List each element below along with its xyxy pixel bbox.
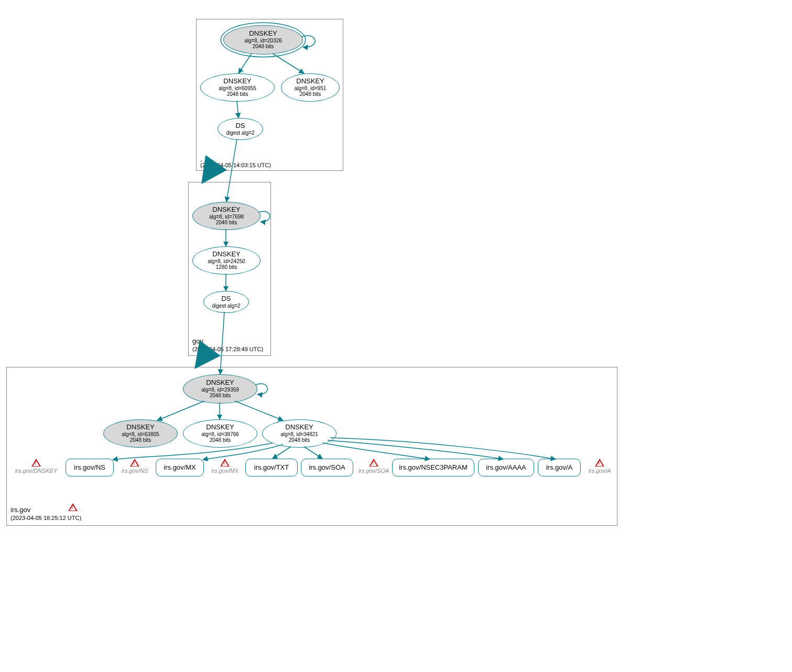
rrset-nsec3p[interactable]: irs.gov/NSEC3PARAM [392, 459, 474, 476]
node-root-zsk1[interactable]: DNSKEY alg=8, id=60955 2048 bits [200, 73, 275, 102]
node-line3: 2048 bits [210, 393, 231, 399]
node-title: DS [221, 295, 231, 303]
node-title: DNSKEY [223, 78, 251, 85]
node-title: DNSKEY [206, 379, 234, 387]
node-line2: alg=8, id=24250 [208, 258, 245, 265]
zone-gov-timestamp: (2023-04-05 17:28:49 UTC) [192, 346, 263, 352]
warn-ns: irs.gov/NS [116, 459, 153, 474]
warning-icon [595, 459, 604, 467]
rrset-ns[interactable]: irs.gov/NS [66, 459, 114, 476]
node-title: DNSKEY [126, 424, 154, 431]
node-irs-k4[interactable]: DNSKEY alg=8, id=34821 2048 bits [262, 419, 337, 448]
rrset-label: irs.gov/NS [74, 464, 105, 472]
node-line2: alg=8, id=63805 [122, 431, 159, 438]
node-title: DNSKEY [285, 424, 313, 431]
node-line2: alg=8, id=60955 [219, 85, 256, 92]
node-gov-zsk[interactable]: DNSKEY alg=8, id=24250 1280 bits [192, 246, 261, 275]
rrset-mx[interactable]: irs.gov/MX [156, 459, 204, 476]
node-line3: 2048 bits [300, 91, 321, 97]
zone-irsgov-name: irs.gov [10, 506, 30, 514]
node-root-ksk[interactable]: DNSKEY alg=8, id=20326 2048 bits [223, 25, 303, 55]
node-line2: alg=8, id=20326 [244, 38, 282, 44]
warn-soa: irs.gov/SOA [355, 459, 392, 474]
warn-text: irs.gov/MX [211, 468, 238, 474]
node-gov-ksk[interactable]: DNSKEY alg=8, id=7698 2048 bits [192, 202, 261, 230]
zone-irsgov-timestamp: (2023-04-05 18:25:12 UTC) [10, 515, 81, 521]
warn-mx: irs.gov/MX [207, 459, 243, 474]
node-line3: 2048 bits [216, 220, 237, 226]
rrset-soa[interactable]: irs.gov/SOA [301, 459, 353, 476]
rrset-label: irs.gov/NSEC3PARAM [399, 464, 468, 472]
edges-svg [0, 0, 792, 672]
rrset-label: irs.gov/TXT [254, 464, 289, 472]
node-line2: alg=8, id=34821 [280, 431, 318, 438]
node-irs-k2[interactable]: DNSKEY alg=8, id=63805 2048 bits [103, 419, 178, 448]
rrset-a[interactable]: irs.gov/A [538, 459, 581, 476]
warn-text: irs.gov/SOA [359, 468, 389, 474]
node-line3: 2048 bits [210, 437, 231, 443]
node-irs-ksk[interactable]: DNSKEY alg=8, id=29359 2048 bits [183, 374, 257, 404]
warning-icon [68, 503, 78, 511]
rrset-label: irs.gov/A [546, 464, 573, 472]
node-root-zsk2[interactable]: DNSKEY alg=8, id=951 2048 bits [281, 73, 340, 102]
node-line3: 2048 bits [227, 91, 248, 97]
node-title: DNSKEY [249, 30, 277, 38]
node-title: DS [235, 122, 245, 130]
node-title: DNSKEY [212, 206, 240, 214]
node-root-ds[interactable]: DS digest alg=2 [218, 118, 263, 140]
node-line2: alg=8, id=29359 [201, 387, 239, 393]
rrset-txt[interactable]: irs.gov/TXT [245, 459, 298, 476]
node-line2: alg=8, id=951 [295, 85, 327, 92]
warn-dnskey: irs.gov/DNSKEY [13, 459, 60, 474]
node-title: DNSKEY [212, 251, 240, 258]
warning-icon [220, 459, 230, 467]
warn-text: irs.gov/NS [122, 468, 148, 474]
warning-icon [369, 459, 378, 467]
node-line2: alg=8, id=7698 [209, 214, 244, 220]
zone-root-timestamp: (2023-04-05 14:03:15 UTC) [200, 162, 271, 168]
warning-icon [130, 459, 139, 467]
rrset-label: irs.gov/MX [164, 464, 196, 472]
node-title: DNSKEY [296, 78, 324, 85]
rrset-label: irs.gov/SOA [309, 464, 345, 472]
warn-a: irs.gov/A [584, 459, 615, 474]
node-title: DNSKEY [206, 424, 234, 431]
node-line2: digest alg=2 [226, 130, 254, 136]
rrset-aaaa[interactable]: irs.gov/AAAA [478, 459, 534, 476]
node-line3: 2048 bits [130, 437, 151, 443]
node-line3: 2048 bits [253, 44, 274, 50]
warn-text: irs.gov/DNSKEY [15, 468, 58, 474]
node-irs-k3[interactable]: DNSKEY alg=8, id=38766 2048 bits [183, 419, 257, 448]
zone-gov-name: gov [192, 337, 203, 345]
warning-icon [31, 459, 41, 467]
node-gov-ds[interactable]: DS digest alg=2 [203, 291, 249, 313]
node-line2: digest alg=2 [212, 303, 240, 309]
rrset-label: irs.gov/AAAA [486, 464, 526, 472]
warn-zone-irsgov [68, 503, 78, 512]
node-line2: alg=8, id=38766 [201, 431, 239, 438]
warn-text: irs.gov/A [589, 468, 611, 474]
node-line3: 2048 bits [289, 437, 310, 443]
node-line3: 1280 bits [216, 264, 237, 270]
